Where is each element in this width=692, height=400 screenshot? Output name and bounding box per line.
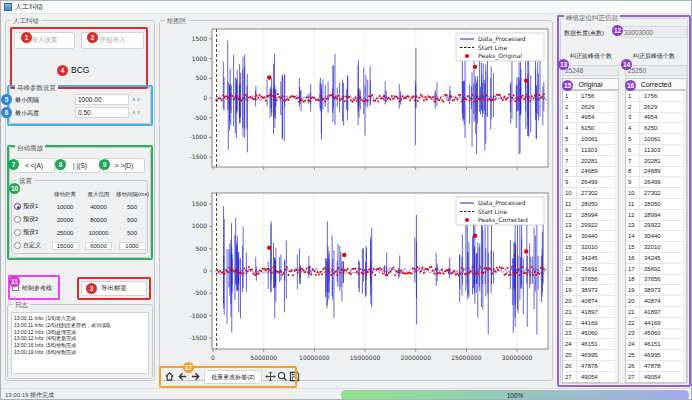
table-row[interactable]: 1735691 xyxy=(563,264,618,275)
row-index: 23 xyxy=(626,329,640,339)
table-row[interactable]: 2546995 xyxy=(626,350,686,361)
min-interval-input[interactable]: 1000.00 xyxy=(75,94,129,105)
data-length-value: 33003000 xyxy=(621,26,687,38)
table-row[interactable]: 1735691 xyxy=(626,264,686,275)
table-row[interactable]: 2446151 xyxy=(626,339,686,350)
row-index: 26 xyxy=(563,361,577,371)
batch-edit-labels-button[interactable]: 批量更改标签(Z) xyxy=(204,370,262,384)
table-row[interactable]: 1938973 xyxy=(626,285,686,296)
home-icon[interactable] xyxy=(164,371,175,382)
pause-button[interactable]: | |(S) xyxy=(60,158,100,173)
table-row[interactable]: 2749054 xyxy=(626,372,686,383)
table-row[interactable]: 824689 xyxy=(563,167,618,178)
table-row[interactable]: 1329922 xyxy=(626,221,686,232)
table-row[interactable]: 1027302 xyxy=(626,188,686,199)
table-row[interactable]: 2040874 xyxy=(626,296,686,307)
row-index: 17 xyxy=(626,264,640,274)
table-row[interactable]: 2446151 xyxy=(563,339,618,350)
preset-value-input[interactable]: 15000 xyxy=(52,242,79,250)
table-row[interactable]: 1128050 xyxy=(626,199,686,210)
save-icon[interactable] xyxy=(289,371,300,382)
table-row[interactable]: 34954 xyxy=(563,113,618,124)
table-row[interactable]: 11756 xyxy=(563,91,618,102)
table-row[interactable]: 1128050 xyxy=(563,199,618,210)
table-row[interactable]: 34954 xyxy=(626,113,686,124)
row-index: 6 xyxy=(626,145,640,155)
table-row[interactable]: 926499 xyxy=(563,177,618,188)
preset-column-header: 移动间隔(ms) xyxy=(116,191,148,198)
table-row[interactable]: 46250 xyxy=(626,123,686,134)
corrected-table-scrollbar[interactable] xyxy=(683,91,686,382)
table-row[interactable]: 611303 xyxy=(626,145,686,156)
table-row[interactable]: 824689 xyxy=(626,167,686,178)
original-table-scrollbar[interactable] xyxy=(615,91,618,382)
table-row[interactable]: 1532010 xyxy=(626,242,686,253)
table-row[interactable]: 11756 xyxy=(626,91,686,102)
min-interval-spinner[interactable]: ∧∨ xyxy=(132,96,141,102)
table-row[interactable]: 1329922 xyxy=(563,221,618,232)
min-height-spinner[interactable]: ∧∨ xyxy=(132,109,141,115)
row-index: 16 xyxy=(563,253,577,263)
preset-value-input[interactable]: 60000 xyxy=(85,242,112,250)
table-row[interactable]: 22629 xyxy=(626,102,686,113)
log-list[interactable]: 13:00:11 Info: (1/6)导入完成13:00:11 Info: (… xyxy=(11,312,149,374)
corrected-peaks-table[interactable]: 1175622629349544625051006161130372028182… xyxy=(625,90,687,383)
peak-sample-value: 35691 xyxy=(640,266,661,272)
table-row[interactable]: 2040874 xyxy=(563,296,618,307)
table-row[interactable]: 22629 xyxy=(563,102,618,113)
table-row[interactable]: 1532010 xyxy=(563,242,618,253)
table-row[interactable]: 720281 xyxy=(626,156,686,167)
row-index: 24 xyxy=(563,339,577,349)
step-back-button[interactable]: < <(A) xyxy=(13,158,55,173)
table-row[interactable]: 1634245 xyxy=(563,253,618,264)
preset-value-input[interactable]: 1000 xyxy=(119,242,146,250)
table-row[interactable]: 2647878 xyxy=(626,361,686,372)
table-row[interactable]: 1837656 xyxy=(563,275,618,286)
table-row[interactable]: 2141897 xyxy=(563,307,618,318)
log-entry: 13:00:11 Info: (2/6)找到历史存档，成功读取 xyxy=(14,322,146,329)
peak-sample-value: 45060 xyxy=(640,330,661,336)
row-index: 21 xyxy=(563,307,577,317)
table-row[interactable]: 1027302 xyxy=(563,188,618,199)
preset-radio[interactable] xyxy=(14,203,21,210)
preset-radio[interactable] xyxy=(14,242,21,249)
table-row[interactable]: 2647878 xyxy=(563,361,618,372)
correction-info-title: 峰值定位纠正信息 xyxy=(564,14,620,22)
table-row[interactable]: 2345060 xyxy=(563,329,618,340)
table-row[interactable]: 510061 xyxy=(563,134,618,145)
svg-text:Data_Processed: Data_Processed xyxy=(478,35,526,43)
table-row[interactable]: 2244169 xyxy=(563,318,618,329)
signal-charts[interactable]: 150010005000-500-1000-1500Data_Processed… xyxy=(162,26,550,366)
peak-sample-value: 10061 xyxy=(577,136,598,142)
zoom-icon[interactable] xyxy=(277,371,288,382)
table-row[interactable]: 1228994 xyxy=(626,210,686,221)
autoplay-group-title: 自动播放 xyxy=(15,144,45,152)
table-row[interactable]: 1430440 xyxy=(563,231,618,242)
table-row[interactable]: 2244169 xyxy=(626,318,686,329)
table-row[interactable]: 1938973 xyxy=(563,285,618,296)
table-row[interactable]: 1430440 xyxy=(626,231,686,242)
table-row[interactable]: 720281 xyxy=(563,156,618,167)
table-row[interactable]: 1837656 xyxy=(626,275,686,286)
table-row[interactable]: 2345060 xyxy=(626,329,686,340)
original-peaks-table[interactable]: 1175622629349544625051006161130372028182… xyxy=(562,90,619,383)
table-row[interactable]: 1228994 xyxy=(563,210,618,221)
min-height-input[interactable]: 0.50 xyxy=(75,107,129,118)
table-row[interactable]: 611303 xyxy=(563,145,618,156)
table-row[interactable]: 2141897 xyxy=(626,307,686,318)
table-row[interactable]: 926499 xyxy=(626,177,686,188)
table-row[interactable]: 2546995 xyxy=(563,350,618,361)
pan-icon[interactable] xyxy=(265,371,276,382)
row-index: 11 xyxy=(563,199,577,209)
forward-icon[interactable] xyxy=(190,371,201,382)
preset-radio[interactable] xyxy=(14,216,21,223)
log-entry: 13:00:12 Info: (4/6)更新完成 xyxy=(14,335,146,342)
table-row[interactable]: 46250 xyxy=(563,123,618,134)
row-index: 26 xyxy=(626,361,640,371)
table-row[interactable]: 2749054 xyxy=(563,372,618,383)
preset-radio[interactable] xyxy=(14,229,21,236)
table-row[interactable]: 510061 xyxy=(626,134,686,145)
preset-value: 500 xyxy=(116,204,148,210)
table-row[interactable]: 1634245 xyxy=(626,253,686,264)
peak-sample-value: 41897 xyxy=(640,309,661,315)
